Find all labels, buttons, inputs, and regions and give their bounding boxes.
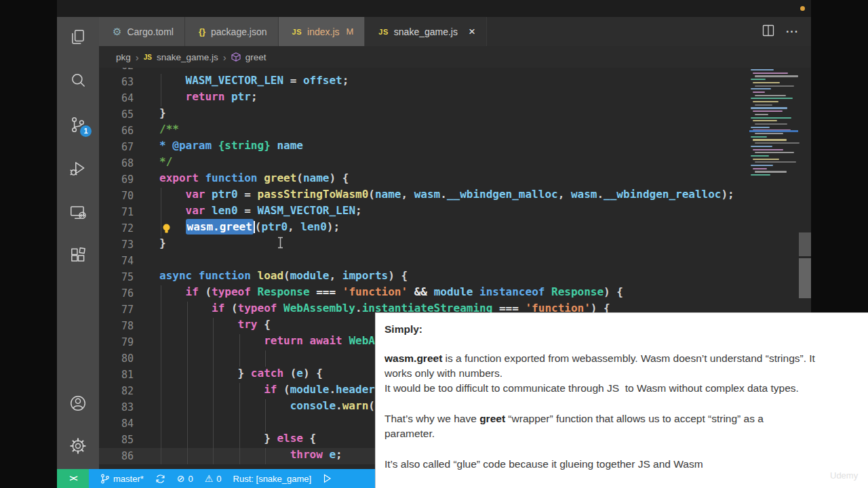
line-number: 77 (99, 302, 134, 318)
scrollbar-thumb[interactable] (799, 258, 811, 298)
line-number: 70 (99, 188, 134, 204)
close-icon[interactable]: × (469, 26, 475, 37)
minimap-line (753, 120, 777, 121)
scrollbar-thumb[interactable] (799, 232, 811, 256)
code-line-63: WASM_VECTOR_LEN = offset; (159, 74, 349, 90)
code-line-83: console.warn( (159, 399, 375, 415)
recording-dot (800, 6, 805, 11)
minimap-line (751, 155, 769, 157)
js-icon: JS (378, 28, 388, 36)
window-title-bar (57, 0, 811, 17)
mouse-ibeam-cursor (277, 237, 284, 251)
line-number: 81 (99, 367, 134, 383)
tab-label: snake_game.js (394, 26, 458, 37)
line-number: 78 (99, 318, 134, 334)
minimap-line (751, 79, 766, 80)
indent-guide (161, 350, 161, 367)
minimap-line (753, 101, 778, 102)
tooltip-title: Simply: (384, 322, 850, 337)
remote-explorer-icon[interactable] (68, 203, 87, 222)
status-text: master* (113, 474, 144, 484)
watermark: Udemy (830, 470, 858, 481)
js-icon: JS (144, 54, 152, 61)
more-actions-icon[interactable]: ··· (786, 26, 799, 38)
tooltip-paragraph-2: parameter. (384, 426, 850, 441)
minimap-line (753, 159, 779, 160)
run-task-button[interactable] (323, 474, 332, 483)
editor-actions: ··· (762, 24, 799, 40)
run-debug-icon[interactable] (68, 159, 87, 178)
search-icon[interactable] (68, 71, 87, 90)
extensions-icon[interactable] (68, 246, 87, 265)
minimap-line (751, 69, 774, 70)
line-number: 84 (99, 415, 134, 432)
rust-project-status[interactable]: Rust: [snake_game] (233, 474, 312, 484)
indent-guide (239, 415, 240, 432)
minimap-line (755, 152, 794, 153)
indent-guide (239, 350, 240, 367)
code-line-69: export function greet(name) { (159, 171, 349, 188)
indent-guide (265, 415, 266, 432)
source-control-icon[interactable]: 1 (68, 115, 87, 134)
code-line-68: */ (159, 155, 172, 171)
line-number: 86 (99, 448, 134, 464)
explanation-overlay: Simply:wasm.greet is a function exported… (375, 312, 868, 488)
scm-badge: 1 (80, 125, 92, 137)
line-number: 62 (99, 68, 134, 74)
line-number: 65 (99, 106, 134, 123)
line-number: 74 (99, 253, 134, 269)
activity-bar: 1 (57, 17, 99, 469)
symbol-method-icon (231, 52, 241, 62)
minimap-line (751, 117, 791, 119)
minimap-line (753, 149, 783, 150)
git-branch-status[interactable]: master* (100, 474, 144, 484)
warning-icon: ⚠ (205, 474, 214, 483)
explorer-icon[interactable] (68, 28, 87, 47)
braces-icon: {} (199, 26, 205, 37)
split-editor-icon[interactable] (762, 24, 775, 40)
minimap-line (755, 114, 768, 115)
code-line-72: wasm.greet(ptr0, len0); (159, 220, 340, 237)
line-number: 69 (99, 171, 134, 188)
breadcrumb-item-snake_game.js[interactable]: snake_game.js (157, 52, 218, 62)
settings-gear-icon[interactable] (68, 436, 87, 455)
minimap-line (755, 104, 772, 106)
line-number: 68 (99, 155, 134, 171)
modified-badge: M (347, 26, 354, 37)
code-line-64: return ptr; (159, 90, 258, 106)
code-line-71: var len0 = WASM_VECTOR_LEN; (159, 204, 362, 220)
lightbulb-icon[interactable] (161, 223, 172, 235)
line-number: 80 (99, 350, 134, 367)
breadcrumb-item-greet[interactable]: greet (245, 52, 267, 62)
tooltip-paragraph-1: works only with numbers. (384, 366, 850, 381)
tab-bar: ⚙Cargo.toml{}package.jsonJSindex.jsMJSsn… (99, 17, 811, 46)
minimap-line (753, 139, 787, 140)
breadcrumb-item-pkg[interactable]: pkg (116, 52, 131, 62)
line-number: 82 (99, 383, 134, 399)
sync-status[interactable] (155, 474, 165, 484)
code-line-73: } (159, 237, 166, 253)
tab-package.json[interactable]: {}package.json (185, 17, 279, 46)
tab-snake_game.js[interactable]: JSsnake_game.js× (365, 17, 487, 46)
code-line-81: } catch (e) { (159, 367, 323, 383)
line-number: 85 (99, 432, 134, 448)
line-number: 73 (99, 237, 134, 253)
minimap-line (751, 136, 767, 138)
warning-count[interactable]: ⚠0 (205, 474, 222, 484)
error-count[interactable]: ⊘0 (177, 474, 193, 484)
indent-guide (187, 350, 188, 367)
code-line-65: } (159, 106, 166, 123)
remote-indicator[interactable]: >< (57, 469, 89, 488)
chevron-right-icon: › (136, 52, 139, 63)
tab-index.js[interactable]: JSindex.jsM (279, 17, 366, 46)
indent-guide (187, 415, 188, 432)
code-line-67: * @param {string} name (159, 139, 303, 155)
code-line-70: var ptr0 = passStringToWasm0(name, wasm.… (159, 188, 734, 204)
account-icon[interactable] (68, 394, 87, 413)
code-line-75: async function load(module, imports) { (159, 269, 408, 285)
tab-Cargo.toml[interactable]: ⚙Cargo.toml (99, 17, 185, 46)
status-text: 0 (216, 474, 221, 484)
minimap-line (751, 88, 771, 89)
breadcrumb: pkg›JSsnake_game.js›greet (99, 46, 811, 68)
tab-label: index.js (307, 26, 339, 37)
